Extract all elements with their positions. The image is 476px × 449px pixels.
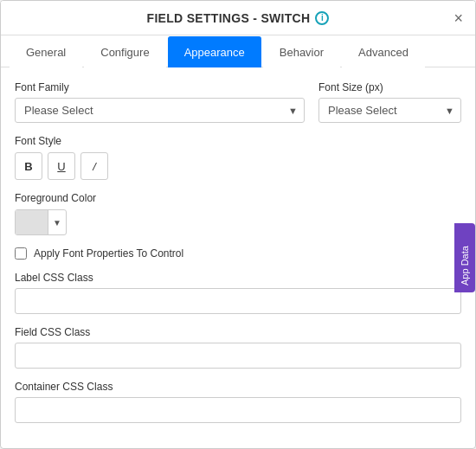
- app-data-tab[interactable]: App Data: [454, 223, 475, 292]
- italic-button[interactable]: /: [80, 152, 108, 180]
- label-css-section: Label CSS Class: [15, 272, 461, 326]
- tab-advanced[interactable]: Advanced: [342, 36, 425, 67]
- color-chevron-icon: ▼: [48, 210, 66, 234]
- field-css-section: Field CSS Class: [15, 326, 461, 381]
- font-size-label: Font Size (px): [318, 81, 461, 93]
- field-css-input[interactable]: [15, 343, 461, 369]
- apply-font-label[interactable]: Apply Font Properties To Control: [34, 247, 183, 260]
- label-css-label: Label CSS Class: [15, 272, 461, 284]
- apply-font-row: Apply Font Properties To Control: [15, 247, 461, 260]
- apply-font-checkbox[interactable]: [15, 247, 27, 260]
- tab-appearance[interactable]: Appearance: [168, 36, 261, 67]
- field-css-label: Field CSS Class: [15, 326, 461, 338]
- foreground-color-label: Foreground Color: [15, 192, 461, 204]
- tab-general[interactable]: General: [10, 36, 82, 67]
- color-picker[interactable]: ▼: [15, 209, 67, 235]
- underline-button[interactable]: U: [48, 152, 75, 180]
- font-family-select[interactable]: Please Select: [15, 98, 305, 123]
- font-family-label: Font Family: [15, 81, 305, 93]
- font-family-select-wrapper: Please Select ▼: [15, 98, 305, 123]
- close-button[interactable]: ×: [453, 10, 463, 26]
- modal-container: FIELD SETTINGS - SWITCH i × General Conf…: [0, 0, 476, 449]
- container-css-input[interactable]: [15, 397, 461, 423]
- font-style-buttons: B U /: [15, 152, 461, 180]
- font-style-section: Font Style B U /: [15, 135, 461, 180]
- bold-button[interactable]: B: [15, 152, 42, 180]
- tab-behavior[interactable]: Behavior: [263, 36, 340, 67]
- font-size-select[interactable]: Please Select: [318, 98, 461, 123]
- modal-header: FIELD SETTINGS - SWITCH i ×: [1, 1, 475, 35]
- font-family-col: Font Family Please Select ▼: [15, 81, 305, 123]
- font-size-select-wrapper: Please Select ▼: [318, 98, 461, 123]
- font-style-label: Font Style: [15, 135, 461, 147]
- font-size-col: Font Size (px) Please Select ▼: [318, 81, 461, 123]
- tab-bar: General Configure Appearance Behavior Ad…: [1, 35, 475, 67]
- app-data-container: App Data: [454, 223, 475, 292]
- modal-title: FIELD SETTINGS - SWITCH: [147, 11, 311, 25]
- modal-body: Font Family Please Select ▼ Font Size (p…: [1, 67, 475, 448]
- font-family-size-row: Font Family Please Select ▼ Font Size (p…: [15, 81, 461, 123]
- container-css-label: Container CSS Class: [15, 381, 461, 393]
- info-icon[interactable]: i: [315, 11, 329, 25]
- label-css-input[interactable]: [15, 288, 461, 314]
- color-swatch: [16, 210, 48, 234]
- tab-configure[interactable]: Configure: [84, 36, 165, 67]
- foreground-color-section: Foreground Color ▼: [15, 192, 461, 235]
- container-css-section: Container CSS Class: [15, 381, 461, 435]
